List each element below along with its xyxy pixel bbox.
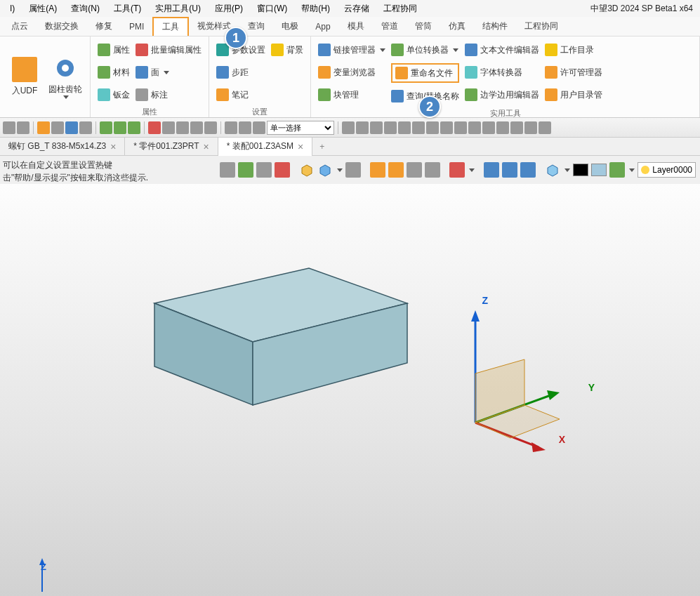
- tab-tools[interactable]: 工具: [152, 17, 189, 36]
- btn-note[interactable]: 笔记: [216, 86, 265, 104]
- mt-icon[interactable]: [220, 162, 235, 178]
- black-swatch[interactable]: [573, 164, 588, 176]
- mt-icon[interactable]: [238, 162, 253, 178]
- qb-icon[interactable]: [482, 121, 495, 134]
- menu-attr[interactable]: 属性(A): [22, 1, 64, 16]
- qb-icon[interactable]: [524, 121, 537, 134]
- qb-icon[interactable]: [539, 121, 551, 134]
- btn-attr[interactable]: 属性: [98, 41, 130, 59]
- tab-sim[interactable]: 仿真: [440, 18, 474, 35]
- qb-icon[interactable]: [128, 121, 140, 134]
- menu-window[interactable]: 窗口(W): [250, 1, 294, 16]
- btn-edge-editor[interactable]: 边学边用编辑器: [465, 86, 539, 104]
- chevron-down-icon[interactable]: [564, 168, 570, 172]
- qb-icon[interactable]: [510, 121, 523, 134]
- layers-icon[interactable]: [609, 162, 625, 178]
- qb-icon[interactable]: [17, 121, 29, 134]
- tab-tube[interactable]: 管筒: [407, 18, 440, 35]
- cube-icon[interactable]: [299, 162, 315, 178]
- doctab-add[interactable]: +: [312, 142, 331, 152]
- qb-icon[interactable]: [79, 121, 92, 134]
- menu-collab[interactable]: 工程协同: [376, 1, 424, 16]
- tab-collab2[interactable]: 工程协同: [516, 18, 567, 35]
- tab-pipe[interactable]: 管道: [373, 18, 407, 35]
- menu-tool[interactable]: 工具(T): [107, 1, 148, 16]
- qb-icon[interactable]: [51, 121, 64, 134]
- btn-batch-edit[interactable]: 批量编辑属性: [136, 41, 202, 59]
- btn-gear[interactable]: 圆柱齿轮: [45, 39, 86, 114]
- doctab-part[interactable]: * 零件001.Z3PRT×: [125, 138, 218, 156]
- chevron-down-icon[interactable]: [469, 168, 475, 172]
- qb-icon[interactable]: [356, 121, 369, 134]
- qb-icon[interactable]: [65, 121, 78, 134]
- menu-help[interactable]: 帮助(H): [294, 1, 337, 16]
- btn-rename-file[interactable]: 重命名文件: [391, 63, 459, 83]
- close-icon[interactable]: ×: [204, 141, 209, 152]
- qb-icon[interactable]: [37, 121, 50, 134]
- btn-var-browser[interactable]: 变量浏览器: [318, 63, 385, 81]
- qb-icon[interactable]: [162, 121, 175, 134]
- qb-icon[interactable]: [384, 121, 397, 134]
- menu-i[interactable]: I): [3, 2, 22, 15]
- cube-icon[interactable]: [317, 162, 333, 178]
- close-icon[interactable]: ×: [298, 141, 303, 152]
- color-swatch[interactable]: [591, 164, 607, 176]
- btn-block-mgr[interactable]: 块管理: [318, 86, 385, 104]
- btn-text-editor[interactable]: 文本文件编辑器: [465, 41, 539, 59]
- qb-icon[interactable]: [370, 121, 383, 134]
- mt-icon[interactable]: [370, 162, 385, 178]
- btn-sheetmetal[interactable]: 钣金: [98, 86, 130, 104]
- qb-icon[interactable]: [100, 121, 112, 134]
- mt-icon[interactable]: [345, 162, 361, 178]
- btn-material[interactable]: 材料: [98, 63, 130, 81]
- qb-icon[interactable]: [190, 121, 203, 134]
- qb-icon[interactable]: [496, 121, 509, 134]
- menu-cloud[interactable]: 云存储: [337, 1, 376, 16]
- btn-step[interactable]: 步距: [216, 63, 265, 81]
- qb-icon[interactable]: [398, 121, 411, 134]
- qb-icon[interactable]: [454, 121, 467, 134]
- tab-structure[interactable]: 结构件: [474, 18, 516, 35]
- mt-icon[interactable]: [502, 162, 517, 178]
- qb-icon[interactable]: [412, 121, 425, 134]
- mt-icon[interactable]: [484, 162, 499, 178]
- qb-icon[interactable]: [468, 121, 481, 134]
- mt-icon[interactable]: [388, 162, 404, 178]
- cube-icon[interactable]: [545, 162, 560, 178]
- btn-user-dir[interactable]: 用户目录管: [545, 86, 602, 104]
- btn-font-conv[interactable]: 字体转换器: [465, 63, 539, 81]
- btn-work-dir[interactable]: 工作目录: [545, 41, 602, 59]
- mt-icon[interactable]: [449, 162, 465, 178]
- mt-icon[interactable]: [425, 162, 440, 178]
- chevron-down-icon[interactable]: [337, 168, 343, 172]
- menu-query[interactable]: 查询(N): [64, 1, 107, 16]
- tab-exchange[interactable]: 数据交换: [37, 18, 87, 35]
- qb-icon[interactable]: [426, 121, 439, 134]
- tab-electrode[interactable]: 电极: [273, 18, 307, 35]
- mt-icon[interactable]: [256, 162, 272, 178]
- qb-icon[interactable]: [3, 121, 15, 134]
- doctab-screw[interactable]: 螺钉 GB_T 838-M5x14.Z3×: [0, 138, 125, 156]
- tab-mold[interactable]: 模具: [339, 18, 373, 35]
- mt-icon[interactable]: [407, 162, 422, 178]
- qb-icon[interactable]: [239, 121, 251, 134]
- qb-icon[interactable]: [176, 121, 189, 134]
- btn-face[interactable]: 面: [136, 63, 202, 81]
- doctab-asm[interactable]: * 装配001.Z3ASM×: [218, 138, 313, 156]
- btn-unit-conv[interactable]: 单位转换器: [391, 41, 459, 59]
- selection-mode-select[interactable]: 单一选择: [267, 121, 334, 135]
- qb-icon[interactable]: [342, 121, 355, 134]
- qb-icon[interactable]: [225, 121, 237, 134]
- mt-icon[interactable]: [275, 162, 290, 178]
- btn-license-mgr[interactable]: 许可管理器: [545, 63, 602, 81]
- qb-icon[interactable]: [440, 121, 453, 134]
- btn-insert-udf[interactable]: 入UDF: [4, 39, 45, 114]
- menu-utility[interactable]: 实用工具(U): [148, 1, 208, 16]
- menu-app[interactable]: 应用(P): [208, 1, 250, 16]
- qb-icon[interactable]: [204, 121, 217, 134]
- close-icon[interactable]: ×: [110, 141, 116, 152]
- tab-pmi[interactable]: PMI: [121, 19, 152, 34]
- btn-annotate[interactable]: 标注: [136, 86, 202, 104]
- layer-selector[interactable]: Layer0000: [638, 162, 696, 178]
- qb-icon[interactable]: [253, 121, 265, 134]
